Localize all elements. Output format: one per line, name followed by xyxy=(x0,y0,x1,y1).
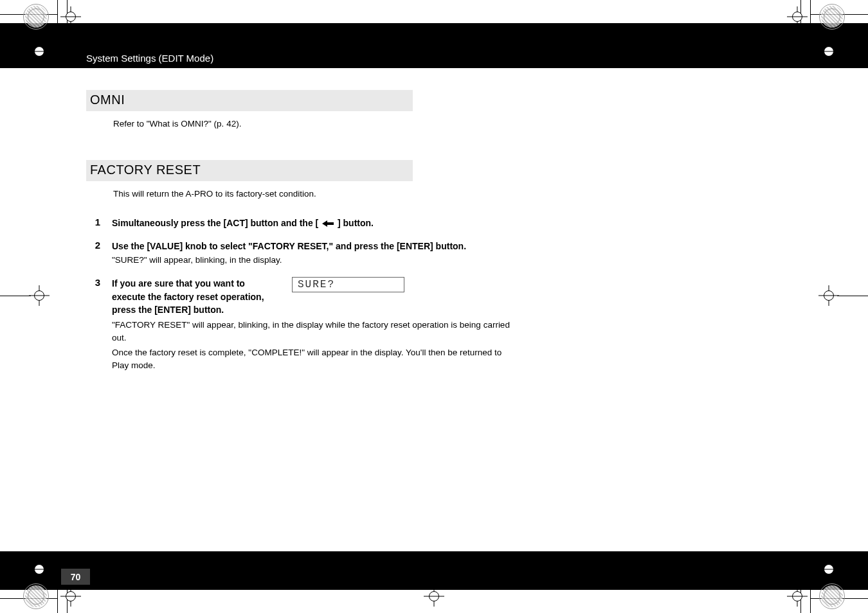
crosshair-icon xyxy=(428,590,440,603)
factory-reset-section: FACTORY RESET This will return the A-PRO… xyxy=(86,160,517,372)
crop-mark xyxy=(67,590,68,613)
svg-marker-0 xyxy=(322,220,334,227)
omni-ref-text: Refer to "What is OMNI?" (p. 42). xyxy=(113,118,517,130)
lcd-display: SURE? xyxy=(292,277,404,292)
step-number: 1 xyxy=(86,217,112,229)
crop-mark xyxy=(57,0,58,23)
step-number: 2 xyxy=(86,240,112,267)
step-1-text-b: ] button. xyxy=(335,218,374,228)
crop-mark xyxy=(0,14,57,15)
crop-mark xyxy=(837,296,868,296)
step-1-text: Simultaneously press the [ACT] button an… xyxy=(112,217,517,229)
prev-triangle-icon xyxy=(322,220,334,227)
crop-mark xyxy=(0,589,57,590)
page-number: 70 xyxy=(61,569,90,585)
crop-mark xyxy=(810,590,811,613)
crop-mark xyxy=(810,0,811,23)
omni-heading: OMNI xyxy=(86,90,413,111)
step-1: 1 Simultaneously press the [ACT] button … xyxy=(86,217,517,229)
factory-reset-steps: 1 Simultaneously press the [ACT] button … xyxy=(86,217,517,373)
crop-mark xyxy=(0,23,57,24)
factory-reset-intro: This will return the A-PRO to its factor… xyxy=(113,188,517,200)
step-3-note-a: "FACTORY RESET" will appear, blinking, i… xyxy=(112,319,517,345)
page-content: OMNI Refer to "What is OMNI?" (p. 42). F… xyxy=(86,90,517,382)
crop-mark xyxy=(811,14,868,15)
crosshair-icon xyxy=(791,10,804,23)
step-2-text: Use the [VALUE] knob to select "FACTORY … xyxy=(112,240,517,253)
crop-mark xyxy=(800,590,801,613)
crosshair-icon xyxy=(64,10,77,23)
crop-mark xyxy=(800,0,801,23)
crop-mark xyxy=(0,598,57,599)
omni-section: OMNI Refer to "What is OMNI?" (p. 42). xyxy=(86,90,517,130)
step-3-note-b: Once the factory reset is complete, "COM… xyxy=(112,346,517,373)
step-1-text-a: Simultaneously press the [ACT] button an… xyxy=(112,218,321,228)
crosshair-icon xyxy=(64,590,77,603)
step-number: 3 xyxy=(86,277,112,372)
step-3: 3 If you are sure that you want to execu… xyxy=(86,277,517,372)
crop-mark xyxy=(67,0,68,23)
crosshair-icon xyxy=(791,590,804,603)
crop-mark xyxy=(811,598,868,599)
crosshair-icon xyxy=(822,289,835,302)
crop-mark xyxy=(811,589,868,590)
step-2: 2 Use the [VALUE] knob to select "FACTOR… xyxy=(86,240,517,267)
crop-mark xyxy=(57,590,58,613)
crop-mark xyxy=(811,23,868,24)
step-2-note: "SURE?" will appear, blinking, in the di… xyxy=(112,254,517,267)
factory-reset-heading: FACTORY RESET xyxy=(86,160,413,181)
header-title: System Settings (EDIT Mode) xyxy=(86,53,213,64)
crop-mark xyxy=(0,296,31,296)
crosshair-icon xyxy=(33,289,46,302)
footer-bar xyxy=(0,551,868,590)
step-3-text: If you are sure that you want to execute… xyxy=(112,277,279,316)
